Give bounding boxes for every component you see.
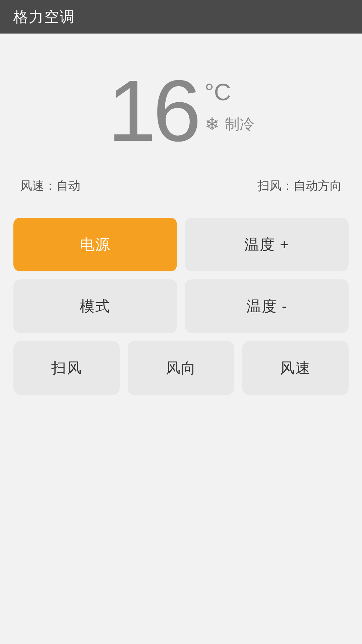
- buttons-section: 电源 温度 + 模式 温度 - 扫风 风向 风速: [13, 218, 349, 395]
- main-content: 16 °C ❄ 制冷 风速：自动 扫风：自动方向 电源 温度 + 模式 温度 -: [0, 34, 362, 408]
- temp-display-row: 16 °C ❄ 制冷: [108, 67, 254, 154]
- wind-speed-info: 风速：自动: [20, 178, 80, 194]
- temperature-section: 16 °C ❄ 制冷: [13, 54, 349, 161]
- info-row: 风速：自动 扫风：自动方向: [13, 171, 349, 201]
- temperature-unit: °C: [205, 80, 254, 104]
- temp-right: °C ❄ 制冷: [205, 67, 254, 134]
- power-button[interactable]: 电源: [13, 218, 177, 271]
- mode-row: ❄ 制冷: [205, 114, 254, 134]
- mode-label: 制冷: [225, 114, 254, 134]
- btn-row-2: 模式 温度 -: [13, 279, 349, 333]
- temp-plus-button[interactable]: 温度 +: [185, 218, 349, 271]
- sweep-info: 扫风：自动方向: [257, 178, 342, 194]
- temperature-value: 16: [108, 67, 198, 154]
- direction-button[interactable]: 风向: [128, 341, 234, 395]
- snowflake-icon: ❄: [205, 114, 220, 134]
- temp-minus-button[interactable]: 温度 -: [185, 279, 349, 333]
- app-title: 格力空调: [13, 7, 75, 27]
- app-bar: 格力空调: [0, 0, 362, 34]
- sweep-button[interactable]: 扫风: [13, 341, 120, 395]
- speed-button[interactable]: 风速: [242, 341, 349, 395]
- btn-row-3: 扫风 风向 风速: [13, 341, 349, 395]
- mode-button[interactable]: 模式: [13, 279, 177, 333]
- btn-row-1: 电源 温度 +: [13, 218, 349, 271]
